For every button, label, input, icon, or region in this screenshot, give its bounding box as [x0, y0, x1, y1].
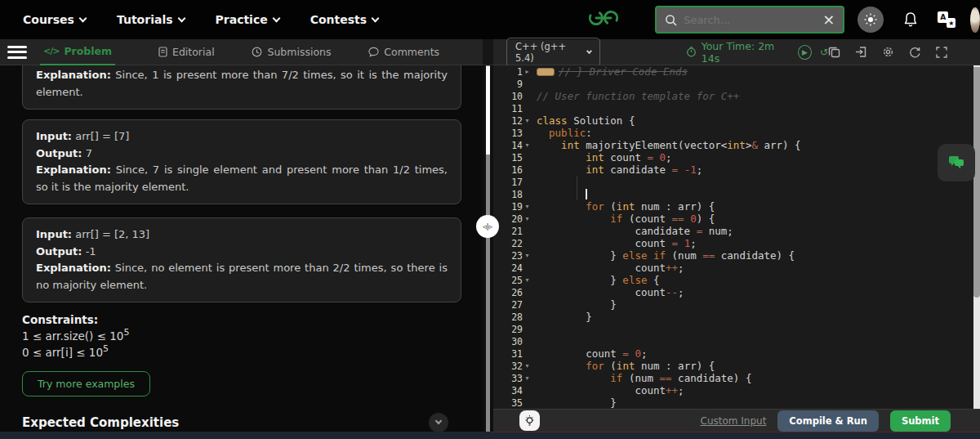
problem-panel: Explanation: Since, 1 is present more th… [0, 65, 483, 432]
search-input[interactable] [684, 14, 822, 26]
comment-bubble-icon [368, 47, 379, 57]
compile-run-button[interactable]: Compile & Run [777, 410, 879, 432]
folded-code-badge[interactable] [537, 68, 555, 76]
expand-section-button[interactable] [429, 413, 448, 432]
code-line[interactable]: 24 count++; [493, 262, 973, 274]
line-number: 34 [511, 385, 523, 396]
code-line[interactable]: 12▾class Solution { [493, 114, 973, 127]
code-area[interactable]: 1▸// } Driver Code Ends910// User functi… [493, 65, 973, 409]
doubt-chat-button[interactable] [938, 144, 975, 181]
line-number: 10 [511, 91, 523, 102]
chevron-down-icon [78, 14, 87, 22]
clear-search-icon[interactable]: × [822, 12, 835, 27]
code-line[interactable]: 17 [493, 176, 973, 188]
avatar[interactable] [970, 7, 980, 33]
example-box: Input: arr[] = [7]Output: 7Explanation: … [22, 119, 461, 204]
notifications-bell-icon[interactable] [903, 11, 918, 28]
code-line[interactable]: 11 [493, 102, 973, 114]
constraint-line: 1 ≤ arr.size() ≤ 105 [22, 327, 461, 343]
try-more-examples-button[interactable]: Try more examples [22, 371, 150, 396]
document-icon [158, 47, 167, 57]
code-line[interactable]: 22 count = 1; [493, 237, 973, 249]
language-select[interactable]: C++ (g++ 5.4) [506, 38, 600, 67]
code-line[interactable]: 14▾ int majorityElement(vector<int>& arr… [493, 139, 973, 151]
tab-comments[interactable]: Comments [368, 39, 439, 65]
fold-toggle-icon[interactable]: ▾ [523, 213, 532, 225]
chevron-down-icon [272, 14, 280, 22]
fold-toggle-icon[interactable]: ▾ [523, 274, 532, 286]
fold-toggle-icon[interactable]: ▾ [523, 249, 532, 262]
constraint-line: 0 ≤ arr[i] ≤ 105 [22, 343, 461, 359]
constraints-block: Constraints: 1 ≤ arr.size() ≤ 1050 ≤ arr… [22, 313, 461, 358]
line-number: 24 [511, 262, 523, 274]
timer-play-button[interactable]: ▶ [798, 45, 812, 60]
nav-item-courses[interactable]: Courses [23, 13, 86, 26]
fullscreen-icon[interactable] [936, 47, 947, 58]
copy-code-icon[interactable] [828, 46, 840, 58]
code-line[interactable]: 35 } [493, 396, 973, 409]
nav-item-practice[interactable]: Practice [216, 13, 279, 26]
code-line[interactable]: 26 count--; [493, 286, 973, 298]
session-timer: Your Time: 2m 14s [686, 40, 790, 65]
hint-bulb-button[interactable] [519, 410, 540, 431]
fold-toggle-icon[interactable]: ▾ [523, 372, 532, 384]
code-line[interactable]: 19▾ for (int num : arr) { [493, 200, 973, 213]
gfg-logo-icon[interactable] [586, 8, 621, 31]
line-number: 32 [511, 361, 523, 372]
expected-complexities-row[interactable]: Expected Complexities [22, 413, 461, 432]
settings-gear-icon[interactable] [882, 46, 894, 58]
fold-toggle-icon[interactable]: ▾ [523, 139, 532, 151]
code-line[interactable]: 29 [493, 323, 973, 335]
code-line[interactable]: 32▾ for (int num : arr) { [493, 360, 973, 372]
constraints-label: Constraints: [22, 313, 461, 326]
code-line[interactable]: 16 int candidate = -1; [493, 164, 973, 176]
translate-icon[interactable]: A ★ [938, 11, 956, 28]
text-cursor [586, 189, 587, 199]
indent-guide [577, 176, 577, 188]
fold-toggle-icon[interactable]: ▾ [523, 114, 532, 127]
code-line[interactable]: 27 } [493, 298, 973, 311]
theme-toggle-button[interactable] [858, 7, 884, 33]
import-code-icon[interactable] [855, 46, 867, 58]
code-line[interactable]: 23▾ } else if (num == candidate) { [493, 249, 973, 262]
explanation-label: Explanation: [36, 69, 111, 81]
tab-submissions[interactable]: Submissions [252, 39, 331, 65]
code-line[interactable]: 10// User function template for C++ [493, 90, 973, 102]
code-line[interactable]: 1▸// } Driver Code Ends [493, 65, 973, 78]
code-line[interactable]: 25▾ } else { [493, 274, 973, 286]
code-line[interactable]: 21 candidate = num; [493, 225, 973, 237]
chevron-down-icon [372, 14, 380, 22]
line-number: 15 [511, 152, 523, 164]
problem-scrollbar-thumb[interactable] [486, 66, 490, 155]
hamburger-menu-icon[interactable] [7, 43, 27, 61]
line-number: 1 [517, 66, 523, 78]
timer-reset-button[interactable]: ↺ [820, 45, 828, 60]
nav-item-contests[interactable]: Contests [310, 13, 378, 26]
fold-toggle-icon[interactable]: ▸ [523, 65, 532, 78]
tab-editorial[interactable]: Editorial [158, 39, 215, 65]
code-line[interactable]: 33▾ if (num == candidate) { [493, 372, 973, 384]
fold-toggle-icon[interactable]: ▾ [523, 360, 532, 372]
code-line[interactable]: 31 count = 0; [493, 347, 973, 360]
line-number: 31 [511, 348, 523, 360]
editor-scrollbar-thumb[interactable] [973, 67, 980, 298]
code-line[interactable]: 9 [493, 78, 973, 90]
divider-drag-handle[interactable]: ◃|▹ [476, 215, 499, 238]
code-line[interactable]: 13 public: [493, 127, 973, 139]
submit-button[interactable]: Submit [890, 410, 951, 432]
custom-input-link[interactable]: Custom Input [701, 415, 767, 427]
code-line[interactable]: 18 [493, 188, 973, 200]
code-line[interactable]: 20▾ if (count == 0) { [493, 213, 973, 225]
sub-bar: </> Problem Editorial Submissions [0, 39, 980, 65]
indent-guide [577, 188, 577, 200]
tab-problem[interactable]: </> Problem [40, 39, 115, 65]
line-number: 16 [511, 164, 523, 176]
code-line[interactable]: 30 [493, 335, 973, 347]
reset-code-icon[interactable] [909, 46, 921, 58]
code-line[interactable]: 15 int count = 0; [493, 151, 973, 164]
line-number: 25 [511, 275, 523, 286]
nav-item-tutorials[interactable]: Tutorials [117, 13, 185, 26]
fold-toggle-icon[interactable]: ▾ [523, 200, 532, 213]
code-line[interactable]: 34 count++; [493, 384, 973, 396]
code-line[interactable]: 28 } [493, 311, 973, 323]
